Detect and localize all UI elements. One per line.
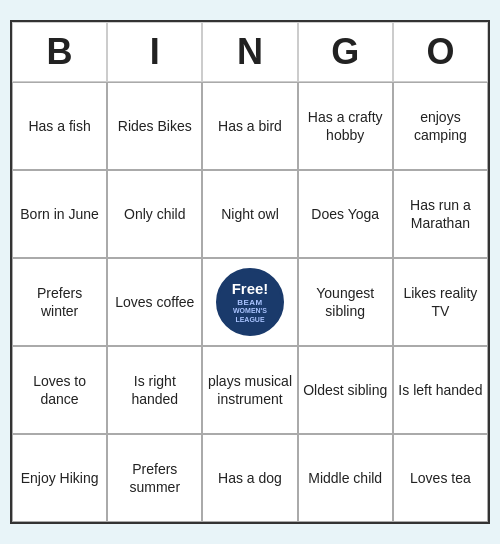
header-letter-n: N — [202, 22, 297, 82]
free-league: WOMEN'S LEAGUE — [219, 307, 281, 324]
bingo-cell-19: Is left handed — [393, 346, 488, 434]
free-circle: Free! BEAM WOMEN'S LEAGUE — [216, 268, 284, 336]
bingo-cell-20: Enjoy Hiking — [12, 434, 107, 522]
bingo-cell-22: Has a dog — [202, 434, 297, 522]
bingo-cell-16: Is right handed — [107, 346, 202, 434]
bingo-header: BINGO — [12, 22, 488, 82]
bingo-cell-15: Loves to dance — [12, 346, 107, 434]
bingo-cell-13: Youngest sibling — [298, 258, 393, 346]
bingo-cell-18: Oldest sibling — [298, 346, 393, 434]
bingo-cell-21: Prefers summer — [107, 434, 202, 522]
bingo-card: BINGO Has a fishRides BikesHas a birdHas… — [10, 20, 490, 524]
bingo-cell-5: Born in June — [12, 170, 107, 258]
header-letter-i: I — [107, 22, 202, 82]
bingo-cell-14: Likes reality TV — [393, 258, 488, 346]
bingo-grid: Has a fishRides BikesHas a birdHas a cra… — [12, 82, 488, 522]
bingo-cell-11: Loves coffee — [107, 258, 202, 346]
bingo-cell-9: Has run a Marathan — [393, 170, 488, 258]
bingo-cell-8: Does Yoga — [298, 170, 393, 258]
free-space-cell: Free! BEAM WOMEN'S LEAGUE — [202, 258, 297, 346]
free-space: Free! BEAM WOMEN'S LEAGUE — [216, 268, 284, 336]
bingo-cell-0: Has a fish — [12, 82, 107, 170]
bingo-cell-1: Rides Bikes — [107, 82, 202, 170]
free-sub: BEAM — [237, 298, 263, 308]
header-letter-b: B — [12, 22, 107, 82]
bingo-cell-4: enjoys camping — [393, 82, 488, 170]
bingo-cell-7: Night owl — [202, 170, 297, 258]
bingo-cell-2: Has a bird — [202, 82, 297, 170]
bingo-cell-17: plays musical instrument — [202, 346, 297, 434]
bingo-cell-10: Prefers winter — [12, 258, 107, 346]
header-letter-g: G — [298, 22, 393, 82]
header-letter-o: O — [393, 22, 488, 82]
bingo-cell-24: Loves tea — [393, 434, 488, 522]
bingo-cell-23: Middle child — [298, 434, 393, 522]
bingo-cell-3: Has a crafty hobby — [298, 82, 393, 170]
free-label: Free! — [232, 280, 269, 298]
bingo-cell-6: Only child — [107, 170, 202, 258]
